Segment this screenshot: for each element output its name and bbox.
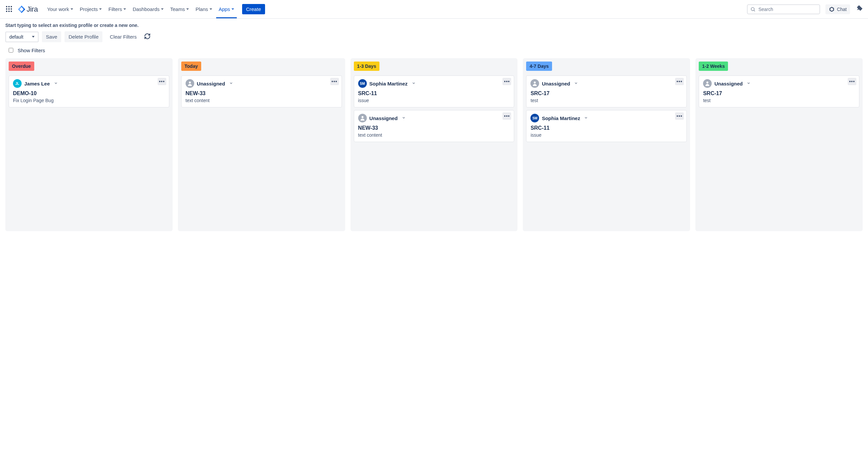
issue-summary: issue — [530, 132, 682, 138]
card-menu-icon[interactable]: ••• — [675, 78, 684, 85]
save-button[interactable]: Save — [42, 31, 61, 42]
nav-item-your-work[interactable]: Your work — [44, 4, 76, 14]
column-header: 1-3 Days — [354, 62, 380, 71]
card-menu-icon[interactable]: ••• — [158, 78, 166, 85]
issue-card[interactable]: SMSophia Martinez•••SRC-11issue — [526, 110, 687, 142]
issue-summary: issue — [358, 98, 510, 103]
svg-point-5 — [362, 116, 364, 118]
nav-item-dashboards[interactable]: Dashboards — [130, 4, 166, 14]
profile-toolbar: default Save Delete Profile Clear Filter… — [5, 31, 863, 42]
issue-key[interactable]: SRC-17 — [703, 90, 855, 96]
jira-wordmark: Jira — [27, 5, 38, 13]
column-header: Today — [181, 62, 201, 71]
assignee-name: Sophia Martinez — [370, 81, 408, 87]
show-filters-label: Show Filters — [18, 48, 45, 53]
nav-item-projects[interactable]: Projects — [77, 4, 104, 14]
assignee-dropdown-icon[interactable] — [412, 81, 416, 86]
chevron-down-icon — [210, 8, 212, 10]
issue-card[interactable]: Unassigned•••SRC-17test — [526, 75, 687, 108]
profile-select[interactable]: default — [5, 32, 38, 42]
unassigned-avatar-icon — [358, 114, 367, 122]
column-header: 4-7 Days — [526, 62, 552, 71]
issue-card[interactable]: Unassigned•••NEW-33text content — [354, 110, 515, 142]
chevron-down-icon — [231, 8, 234, 10]
chevron-down-icon — [161, 8, 164, 10]
card-header: JLJames Lee — [13, 79, 165, 88]
assignee-dropdown-icon[interactable] — [54, 81, 58, 86]
card-menu-icon[interactable]: ••• — [502, 78, 511, 85]
clear-filters-button[interactable]: Clear Filters — [106, 31, 141, 42]
jira-mark-icon — [18, 6, 25, 13]
chat-icon — [829, 6, 835, 12]
assignee-dropdown-icon[interactable] — [747, 81, 751, 86]
kanban-board: OverdueJLJames Lee•••DEMO-10Fix Login Pa… — [0, 58, 868, 238]
svg-line-1 — [754, 10, 755, 11]
card-menu-icon[interactable]: ••• — [848, 78, 856, 85]
assignee-dropdown-icon[interactable] — [574, 81, 578, 86]
search-field[interactable] — [757, 6, 817, 12]
chevron-down-icon — [99, 8, 102, 10]
nav-item-filters[interactable]: Filters — [106, 4, 129, 14]
card-header: SMSophia Martinez — [358, 79, 510, 88]
nav-item-apps[interactable]: Apps — [216, 4, 237, 14]
board-column-w1_2: 1-2 WeeksUnassigned•••SRC-17test — [695, 58, 863, 231]
card-header: Unassigned — [358, 114, 510, 122]
card-menu-icon[interactable]: ••• — [675, 113, 684, 120]
nav-items: Your workProjectsFiltersDashboardsTeamsP… — [44, 4, 237, 14]
profile-hint: Start typing to select an existing profi… — [5, 23, 863, 28]
issue-card[interactable]: SMSophia Martinez•••SRC-11issue — [354, 75, 515, 108]
create-button[interactable]: Create — [242, 4, 265, 14]
issue-key[interactable]: NEW-33 — [358, 125, 510, 131]
show-filters-checkbox[interactable] — [9, 48, 13, 53]
column-header: Overdue — [9, 62, 34, 71]
card-header: SMSophia Martinez — [530, 114, 682, 122]
nav-item-label: Filters — [108, 6, 122, 12]
jira-logo[interactable]: Jira — [18, 5, 38, 13]
issue-key[interactable]: SRC-11 — [530, 125, 682, 131]
assignee-dropdown-icon[interactable] — [402, 115, 406, 121]
assignee-dropdown-icon[interactable] — [229, 81, 233, 86]
chevron-down-icon — [123, 8, 126, 10]
issue-key[interactable]: NEW-33 — [186, 90, 338, 96]
issue-key[interactable]: SRC-17 — [530, 90, 682, 96]
card-menu-icon[interactable]: ••• — [330, 78, 339, 85]
nav-item-plans[interactable]: Plans — [193, 4, 215, 14]
assignee-name: Unassigned — [714, 81, 743, 87]
nav-item-label: Apps — [219, 6, 230, 12]
issue-card[interactable]: Unassigned•••NEW-33text content — [181, 75, 342, 108]
issue-card[interactable]: Unassigned•••SRC-17test — [699, 75, 859, 108]
assignee-name: Unassigned — [542, 81, 570, 87]
assignee-name: Sophia Martinez — [542, 115, 580, 121]
delete-profile-button[interactable]: Delete Profile — [64, 31, 102, 42]
chevron-down-icon — [186, 8, 189, 10]
board-column-today: TodayUnassigned•••NEW-33text content — [178, 58, 345, 231]
nav-item-label: Projects — [80, 6, 98, 12]
board-column-overdue: OverdueJLJames Lee•••DEMO-10Fix Login Pa… — [5, 58, 173, 231]
search-input[interactable] — [747, 4, 820, 14]
issue-card[interactable]: JLJames Lee•••DEMO-10Fix Login Page Bug — [9, 75, 169, 108]
profile-value: default — [9, 34, 23, 39]
unassigned-avatar-icon — [530, 79, 539, 88]
top-nav: Jira Your workProjectsFiltersDashboardsT… — [0, 0, 868, 19]
unassigned-avatar-icon — [703, 79, 712, 88]
notifications-icon[interactable] — [855, 5, 863, 13]
board-column-d4_7: 4-7 DaysUnassigned•••SRC-17testSMSophia … — [523, 58, 690, 231]
app-switcher-icon[interactable] — [5, 5, 13, 13]
nav-item-teams[interactable]: Teams — [167, 4, 191, 14]
nav-item-label: Dashboards — [133, 6, 160, 12]
issue-summary: test — [703, 98, 855, 103]
card-menu-icon[interactable]: ••• — [502, 113, 511, 120]
chat-label: Chat — [837, 7, 847, 12]
search-icon — [750, 7, 755, 12]
assignee-dropdown-icon[interactable] — [584, 115, 588, 121]
card-header: Unassigned — [530, 79, 682, 88]
card-header: Unassigned — [703, 79, 855, 88]
chat-button[interactable]: Chat — [826, 4, 850, 14]
svg-point-6 — [534, 82, 536, 84]
show-filters[interactable]: Show Filters — [7, 47, 863, 54]
issue-summary: text content — [358, 132, 510, 138]
chevron-down-icon — [70, 8, 73, 10]
issue-key[interactable]: DEMO-10 — [13, 90, 165, 96]
refresh-icon[interactable] — [144, 33, 151, 40]
issue-key[interactable]: SRC-11 — [358, 90, 510, 96]
